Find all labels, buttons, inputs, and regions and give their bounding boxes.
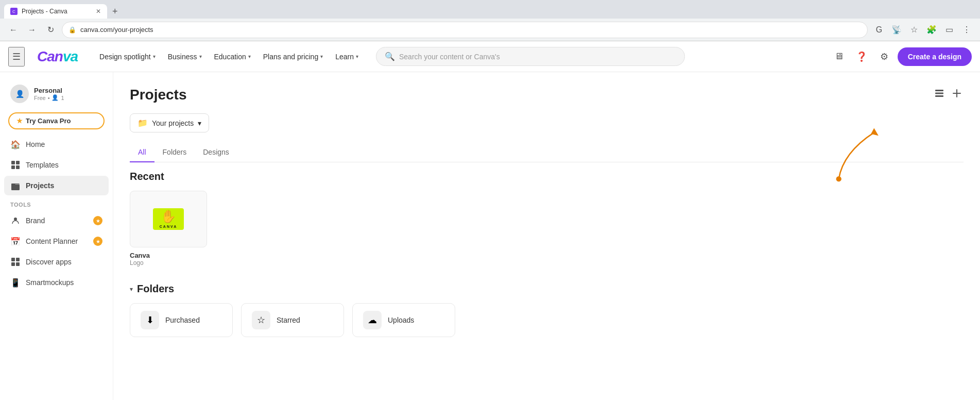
avatar: 👤	[10, 85, 29, 103]
pro-badge-brand: ★	[93, 216, 102, 225]
user-info: Personal Free • 👤 1	[34, 87, 64, 101]
tools-section-label: Tools	[4, 196, 109, 210]
svg-point-5	[14, 218, 17, 221]
chevron-down-icon: ▾	[198, 119, 201, 127]
cast-icon[interactable]: 📡	[889, 23, 904, 37]
try-pro-button[interactable]: ★ Try Canva Pro	[8, 112, 105, 129]
chevron-down-icon: ▾	[130, 286, 133, 293]
person-icon: 👤	[51, 94, 59, 101]
help-icon[interactable]: ❓	[852, 47, 871, 66]
smartmockups-icon: 📱	[10, 277, 21, 288]
svg-rect-6	[11, 258, 15, 261]
add-project-button[interactable]	[950, 87, 964, 102]
user-name: Personal	[34, 87, 64, 94]
canva-logo[interactable]: Canva	[37, 48, 78, 65]
chevron-down-icon: ▾	[153, 54, 156, 59]
folders-section-title: Folders	[137, 283, 174, 295]
nav-links: Design spotlight ▾ Business ▾ Education …	[94, 49, 364, 64]
chevron-down-icon: ▾	[356, 54, 358, 59]
folder-starred[interactable]: ☆ Starred	[241, 303, 344, 337]
monitor-icon[interactable]: 🖥	[830, 47, 848, 66]
bookmark-icon[interactable]: ☆	[907, 23, 921, 37]
design-preview: ✋ CANVA	[148, 198, 189, 240]
nav-learn[interactable]: Learn ▾	[330, 49, 364, 64]
nav-business[interactable]: Business ▾	[163, 49, 207, 64]
tab-title: Projects - Canva	[22, 8, 92, 15]
browser-tab[interactable]: C Projects - Canva ✕	[4, 4, 107, 19]
sidebar: 👤 Personal Free • 👤 1 ★ Try Canva Pro 🏠	[0, 72, 113, 400]
svg-rect-3	[16, 165, 20, 169]
app: ☰ Canva Design spotlight ▾ Business ▾ Ed…	[0, 41, 980, 400]
extensions-icon[interactable]: 🧩	[924, 23, 939, 37]
tab-designs[interactable]: Designs	[195, 143, 237, 162]
nav-education[interactable]: Education ▾	[209, 49, 256, 64]
sidebar-browser-icon[interactable]: ▭	[942, 23, 956, 37]
nav-plans-pricing[interactable]: Plans and pricing ▾	[258, 49, 328, 64]
tab-folders[interactable]: Folders	[154, 143, 195, 162]
svg-rect-7	[16, 258, 20, 261]
browser-chrome: C Projects - Canva ✕ + ← → ↻ 🔒 canva.com…	[0, 0, 980, 41]
user-plan: Free • 👤 1	[34, 94, 64, 101]
sidebar-item-projects[interactable]: Projects	[4, 176, 109, 195]
projects-icon	[10, 180, 21, 191]
search-bar[interactable]: 🔍	[376, 47, 685, 66]
list-view-button[interactable]	[933, 87, 946, 102]
design-card[interactable]: ✋ CANVA Canva Logo	[130, 191, 207, 266]
folder-purchased[interactable]: ⬇ Purchased	[130, 303, 233, 337]
user-section: 👤 Personal Free • 👤 1	[4, 80, 109, 109]
brand-icon	[10, 215, 21, 226]
chevron-down-icon: ▾	[320, 54, 323, 59]
folder-uploads[interactable]: ☁ Uploads	[352, 303, 455, 337]
chevron-down-icon: ▾	[199, 54, 202, 59]
back-button[interactable]: ←	[6, 23, 21, 37]
tab-all[interactable]: All	[130, 143, 154, 162]
hamburger-button[interactable]: ☰	[8, 47, 25, 66]
main-layout: 👤 Personal Free • 👤 1 ★ Try Canva Pro 🏠	[0, 72, 980, 400]
tab-close-button[interactable]: ✕	[96, 8, 101, 15]
menu-icon[interactable]: ⋮	[959, 23, 974, 37]
settings-icon[interactable]: ⚙	[875, 47, 893, 66]
nav-design-spotlight[interactable]: Design spotlight ▾	[94, 49, 161, 64]
svg-rect-8	[11, 262, 15, 266]
svg-rect-11	[935, 93, 943, 94]
url-text: canva.com/your-projects	[80, 26, 861, 34]
new-tab-button[interactable]: +	[109, 6, 121, 17]
pro-badge-content-planner: ★	[93, 237, 102, 246]
svg-rect-1	[16, 161, 20, 164]
search-icon: 🔍	[385, 52, 395, 61]
nav-actions: 🖥 ❓ ⚙ Create a design	[830, 47, 972, 66]
address-bar[interactable]: 🔒 canva.com/your-projects	[62, 22, 868, 38]
create-design-button[interactable]: Create a design	[898, 47, 972, 66]
content-planner-icon: 📅	[10, 236, 21, 246]
project-dropdown[interactable]: 📁 Your projects ▾	[130, 113, 209, 132]
star-icon: ★	[16, 117, 23, 125]
forward-button[interactable]: →	[25, 23, 39, 37]
lock-icon: 🔒	[68, 26, 76, 34]
design-thumbnail: ✋ CANVA	[130, 191, 207, 247]
projects-toolbar: 📁 Your projects ▾	[130, 113, 964, 132]
svg-rect-9	[16, 262, 20, 266]
sidebar-item-home[interactable]: 🏠 Home	[4, 135, 109, 154]
sidebar-item-brand[interactable]: Brand ★	[4, 211, 109, 230]
profile-icon[interactable]: G	[872, 23, 886, 37]
sidebar-item-discover-apps[interactable]: Discover apps	[4, 252, 109, 272]
sidebar-item-templates[interactable]: Templates	[4, 155, 109, 175]
tab-favicon: C	[10, 8, 18, 15]
starred-icon: ☆	[252, 311, 270, 329]
sidebar-item-smartmockups[interactable]: 📱 Smartmockups	[4, 273, 109, 292]
folders-grid: ⬇ Purchased ☆ Starred ☁ Uploads	[130, 303, 964, 337]
tabs-bar: All Folders Designs	[130, 143, 964, 162]
main-content: Projects 📁 Your projects ▾ All Folders D…	[113, 72, 980, 400]
recent-grid: ✋ CANVA Canva Logo	[130, 191, 964, 266]
svg-rect-0	[11, 161, 15, 164]
svg-rect-2	[11, 165, 15, 169]
view-controls	[933, 87, 964, 102]
svg-rect-10	[935, 90, 943, 91]
design-type: Logo	[130, 259, 207, 266]
recent-section-title: Recent	[130, 171, 964, 182]
search-input[interactable]	[399, 53, 676, 61]
chevron-down-icon: ▾	[248, 54, 251, 59]
sidebar-item-content-planner[interactable]: 📅 Content Planner ★	[4, 231, 109, 251]
page-title: Projects	[130, 87, 964, 103]
refresh-button[interactable]: ↻	[43, 23, 58, 37]
